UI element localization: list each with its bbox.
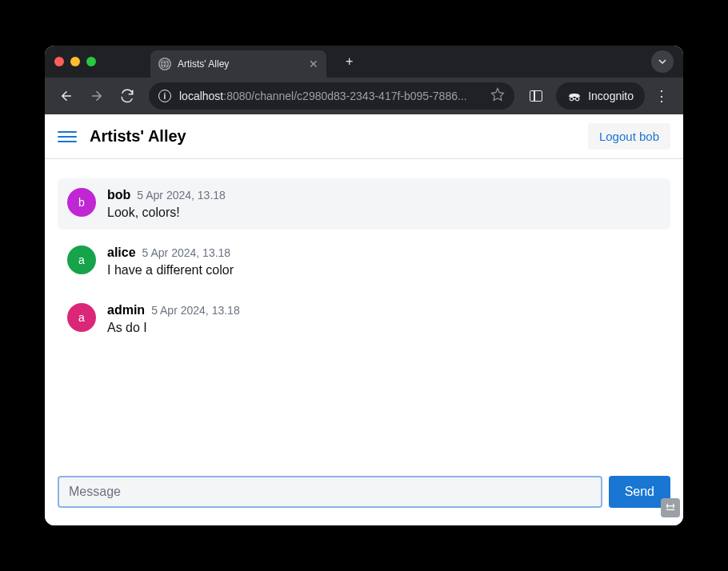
url-bar: i localhost:8080/channel/c2980d83-2343-4… <box>45 78 683 114</box>
hamburger-icon <box>58 131 77 133</box>
side-panel-button[interactable] <box>522 82 550 110</box>
window-controls <box>54 57 96 66</box>
message-timestamp: 5 Apr 2024, 13.18 <box>142 246 231 259</box>
message-body: admin5 Apr 2024, 13.18As do I <box>107 303 661 335</box>
address-bar[interactable]: i localhost:8080/channel/c2980d83-2343-4… <box>149 82 514 110</box>
message-timestamp: 5 Apr 2024, 13.18 <box>151 304 240 317</box>
message-body: bob5 Apr 2024, 13.18Look, colors! <box>107 188 661 220</box>
messages-list: bbob5 Apr 2024, 13.18Look, colors!aalice… <box>45 159 683 466</box>
message-input[interactable] <box>58 476 602 508</box>
star-icon <box>490 87 505 102</box>
message-body: alice5 Apr 2024, 13.18I have a different… <box>107 246 661 278</box>
message-author: alice <box>107 246 136 260</box>
message-text: I have a different color <box>107 263 661 278</box>
incognito-label: Incognito <box>588 90 634 102</box>
message-author: bob <box>107 188 130 202</box>
incognito-badge[interactable]: Incognito <box>556 82 645 110</box>
reload-icon <box>120 89 134 103</box>
message-header: alice5 Apr 2024, 13.18 <box>107 246 661 260</box>
arrow-right-icon <box>90 89 104 103</box>
message-text: Look, colors! <box>107 206 661 220</box>
message-row: aadmin5 Apr 2024, 13.18As do I <box>58 293 670 345</box>
avatar: a <box>67 246 96 274</box>
close-tab-button[interactable]: ✕ <box>309 58 318 70</box>
page-title: Artists' Alley <box>90 127 186 146</box>
tab-bar: Artists' Alley ✕ + <box>45 46 683 78</box>
panel-icon <box>530 90 542 102</box>
globe-icon <box>158 58 171 70</box>
chevron-down-icon <box>658 58 666 66</box>
message-text: As do I <box>107 321 661 335</box>
avatar: b <box>67 188 96 217</box>
message-author: admin <box>107 303 145 317</box>
window-minimize-button[interactable] <box>70 57 80 66</box>
tabs-dropdown-button[interactable] <box>651 50 674 73</box>
url-text: localhost:8080/channel/c2980d83-2343-417… <box>179 90 482 102</box>
message-header: admin5 Apr 2024, 13.18 <box>107 303 661 317</box>
svg-point-2 <box>576 97 580 101</box>
browser-tab[interactable]: Artists' Alley ✕ <box>150 50 326 78</box>
message-row: aalice5 Apr 2024, 13.18I have a differen… <box>58 236 670 287</box>
incognito-icon <box>567 90 582 102</box>
message-header: bob5 Apr 2024, 13.18 <box>107 188 661 202</box>
menu-button[interactable] <box>58 127 77 146</box>
back-button[interactable] <box>53 82 80 110</box>
message-timestamp: 5 Apr 2024, 13.18 <box>137 189 226 202</box>
window-maximize-button[interactable] <box>86 57 96 66</box>
logout-button[interactable]: Logout bob <box>588 123 670 150</box>
composer: Send <box>45 466 683 525</box>
kebab-icon: ⋮ <box>654 87 669 105</box>
app-content: Artists' Alley Logout bob bbob5 Apr 2024… <box>45 114 683 525</box>
browser-window: Artists' Alley ✕ + i localhost:8080/chan… <box>45 46 683 525</box>
app-header: Artists' Alley Logout bob <box>45 114 683 159</box>
bookmark-button[interactable] <box>490 87 505 105</box>
devtools-badge[interactable] <box>661 498 680 517</box>
tab-title: Artists' Alley <box>178 58 302 70</box>
arrow-left-icon <box>59 89 74 103</box>
devtools-icon <box>665 502 676 513</box>
new-tab-button[interactable]: + <box>339 51 359 72</box>
reload-button[interactable] <box>114 82 141 110</box>
svg-point-1 <box>570 97 574 101</box>
forward-button[interactable] <box>83 82 110 110</box>
message-row: bbob5 Apr 2024, 13.18Look, colors! <box>58 178 670 230</box>
window-close-button[interactable] <box>54 57 64 66</box>
site-info-icon[interactable]: i <box>158 90 171 102</box>
avatar: a <box>67 303 96 332</box>
browser-menu-button[interactable]: ⋮ <box>648 82 675 110</box>
